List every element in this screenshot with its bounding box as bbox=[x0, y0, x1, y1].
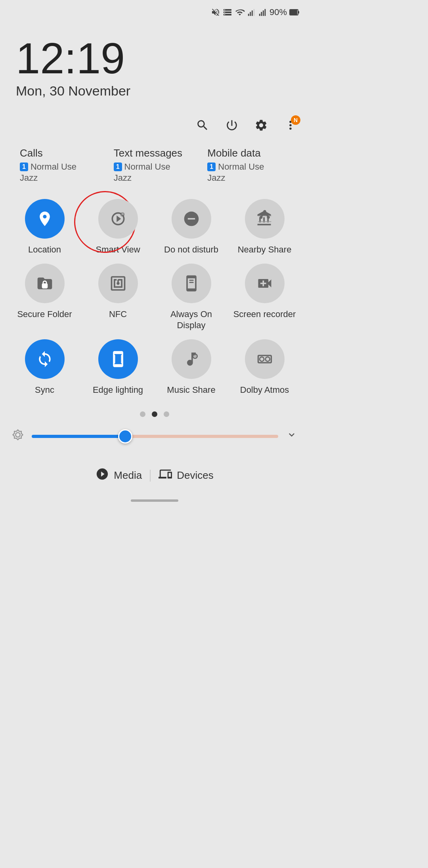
time-display: 12:19 bbox=[16, 36, 293, 80]
tile-edge-lighting[interactable]: Edge lighting bbox=[85, 339, 151, 396]
devices-button[interactable]: Devices bbox=[159, 467, 213, 484]
brightness-slider-track bbox=[32, 435, 278, 438]
sim-info: Calls 1 Normal Use Jazz Text messages 1 … bbox=[0, 143, 309, 195]
sim-texts-label: Text messages bbox=[114, 147, 200, 159]
page-dots bbox=[0, 411, 309, 417]
location-tile-label: Location bbox=[28, 244, 61, 256]
nearby-share-tile-label: Nearby Share bbox=[238, 244, 292, 256]
sim-texts-badge: 1 bbox=[114, 163, 122, 171]
sim-data-sub: Jazz bbox=[207, 173, 293, 183]
time-section: 12:19 Mon, 30 November bbox=[0, 21, 309, 107]
music-share-tile-icon bbox=[172, 339, 211, 379]
sim-data-badge: 1 bbox=[207, 163, 216, 171]
svg-point-13 bbox=[260, 216, 262, 219]
sim-texts-sub: Jazz bbox=[114, 173, 200, 183]
screen-recorder-tile-icon bbox=[245, 264, 285, 303]
svg-point-12 bbox=[263, 210, 266, 213]
wifi-icon bbox=[235, 8, 245, 17]
svg-rect-16 bbox=[189, 282, 193, 283]
secure-folder-tile-label: Secure Folder bbox=[17, 309, 72, 320]
date-display: Mon, 30 November bbox=[16, 83, 293, 99]
page-dot-2[interactable] bbox=[152, 411, 157, 417]
brightness-slider[interactable] bbox=[32, 435, 278, 438]
more-menu-icon[interactable]: N bbox=[284, 119, 297, 135]
location-tile-icon bbox=[25, 199, 65, 239]
tile-nearby-share[interactable]: Nearby Share bbox=[232, 199, 297, 256]
nearby-share-tile-icon bbox=[245, 199, 285, 239]
battery-icon bbox=[289, 8, 300, 17]
tile-smart-view[interactable]: Smart View bbox=[85, 199, 151, 256]
tile-location[interactable]: Location bbox=[12, 199, 77, 256]
dnd-tile-icon bbox=[172, 199, 211, 239]
sim-data-detail: 1 Normal Use bbox=[207, 162, 293, 172]
devices-label: Devices bbox=[177, 469, 213, 482]
tile-do-not-disturb[interactable]: Do not disturb bbox=[159, 199, 224, 256]
devices-icon bbox=[159, 467, 172, 484]
music-share-tile-label: Music Share bbox=[167, 384, 215, 396]
sync-tile-label: Sync bbox=[35, 384, 54, 396]
sim-calls-badge: 1 bbox=[20, 163, 28, 171]
edge-lighting-tile-icon bbox=[98, 339, 138, 379]
dolby-atmos-tile-icon bbox=[245, 339, 285, 379]
brightness-icon bbox=[12, 429, 24, 444]
svg-rect-10 bbox=[290, 10, 297, 15]
smart-view-tile-label: Smart View bbox=[96, 244, 140, 256]
svg-rect-15 bbox=[189, 279, 193, 281]
home-indicator bbox=[0, 491, 309, 510]
svg-rect-4 bbox=[259, 14, 260, 16]
sim-data: Mobile data 1 Normal Use Jazz bbox=[203, 147, 297, 183]
sim-texts: Text messages 1 Normal Use Jazz bbox=[110, 147, 204, 183]
storage-icon bbox=[223, 8, 232, 17]
svg-rect-17 bbox=[114, 355, 115, 363]
signal1-icon bbox=[247, 8, 256, 17]
tile-always-on-display[interactable]: Always On Display bbox=[159, 264, 224, 331]
brightness-slider-thumb[interactable] bbox=[118, 429, 132, 444]
notification-badge: N bbox=[291, 115, 300, 125]
aod-tile-icon bbox=[172, 264, 211, 303]
home-bar bbox=[131, 499, 178, 502]
sim-calls: Calls 1 Normal Use Jazz bbox=[12, 147, 110, 183]
page-dot-3[interactable] bbox=[164, 411, 169, 417]
tile-nfc[interactable]: NFC bbox=[85, 264, 151, 331]
media-button[interactable]: Media bbox=[96, 467, 142, 484]
smart-view-tile-icon bbox=[98, 199, 138, 239]
tile-sync[interactable]: Sync bbox=[12, 339, 77, 396]
status-icons: 90% bbox=[211, 7, 300, 17]
svg-rect-1 bbox=[250, 12, 251, 16]
power-icon[interactable] bbox=[225, 119, 239, 135]
svg-rect-9 bbox=[298, 11, 299, 13]
sim-calls-detail: 1 Normal Use bbox=[20, 162, 106, 172]
toolbar: N bbox=[0, 107, 309, 143]
mute-icon bbox=[211, 8, 220, 17]
tile-screen-recorder[interactable]: Screen recorder bbox=[232, 264, 297, 331]
sim-texts-detail: 1 Normal Use bbox=[114, 162, 200, 172]
svg-rect-22 bbox=[265, 357, 269, 361]
tile-music-share[interactable]: Music Share bbox=[159, 339, 224, 396]
page-dot-1[interactable] bbox=[140, 411, 145, 417]
status-bar: 90% bbox=[0, 0, 309, 21]
settings-icon[interactable] bbox=[254, 119, 268, 135]
svg-rect-6 bbox=[263, 10, 264, 16]
edge-lighting-tile-label: Edge lighting bbox=[93, 384, 143, 396]
signal2-icon bbox=[258, 8, 267, 17]
quick-tiles-grid: Location Smart View Do not disturb bbox=[0, 195, 309, 400]
svg-rect-3 bbox=[254, 9, 255, 16]
media-label: Media bbox=[114, 469, 142, 482]
svg-rect-7 bbox=[265, 9, 266, 16]
sim-calls-sub: Jazz bbox=[20, 173, 106, 183]
svg-rect-21 bbox=[260, 357, 264, 361]
secure-folder-tile-icon bbox=[25, 264, 65, 303]
tile-secure-folder[interactable]: Secure Folder bbox=[12, 264, 77, 331]
battery-percent: 90% bbox=[269, 7, 287, 17]
sync-tile-icon bbox=[25, 339, 65, 379]
tile-dolby-atmos[interactable]: Dolby Atmos bbox=[232, 339, 297, 396]
dnd-tile-label: Do not disturb bbox=[164, 244, 218, 256]
svg-rect-2 bbox=[252, 10, 253, 16]
media-play-icon bbox=[96, 467, 109, 484]
svg-rect-5 bbox=[261, 12, 262, 16]
brightness-expand-icon[interactable] bbox=[286, 429, 297, 443]
nfc-tile-label: NFC bbox=[109, 309, 127, 320]
bottom-divider bbox=[150, 470, 151, 482]
search-icon[interactable] bbox=[196, 119, 209, 135]
sim-calls-label: Calls bbox=[20, 147, 106, 159]
